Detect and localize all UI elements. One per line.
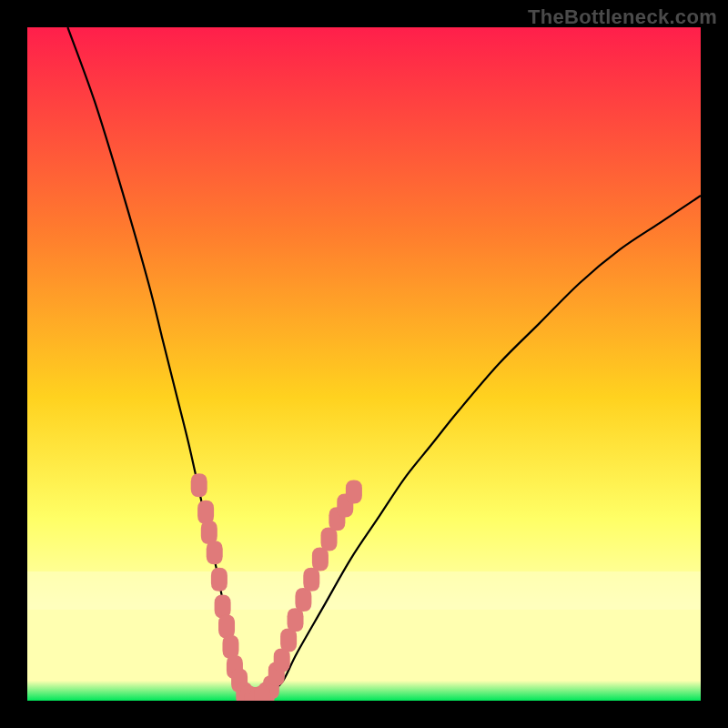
- curve-marker: [312, 548, 329, 571]
- curve-marker: [254, 685, 270, 701]
- chart-container: TheBottleneck.com: [0, 0, 728, 728]
- curve-marker: [321, 527, 338, 551]
- curve-marker: [280, 628, 297, 652]
- plot-area: [27, 27, 701, 701]
- curve-marker: [197, 500, 214, 524]
- curve-marker: [211, 568, 228, 592]
- attribution-text: TheBottleneck.com: [528, 5, 717, 29]
- curve-marker: [218, 615, 235, 639]
- curve-marker: [346, 480, 362, 504]
- curve-marker: [201, 521, 217, 544]
- curve-marker: [215, 594, 231, 618]
- curve-marker: [274, 649, 290, 672]
- curve-marker: [207, 541, 223, 564]
- curve-marker: [295, 588, 311, 612]
- curve-marker: [288, 608, 304, 632]
- curve-marker: [191, 473, 207, 497]
- markers-bottom-cluster: [240, 685, 271, 701]
- curve-marker: [303, 568, 319, 592]
- pale-band: [27, 571, 701, 610]
- bottleneck-chart: [27, 27, 701, 701]
- curve-marker: [222, 635, 238, 659]
